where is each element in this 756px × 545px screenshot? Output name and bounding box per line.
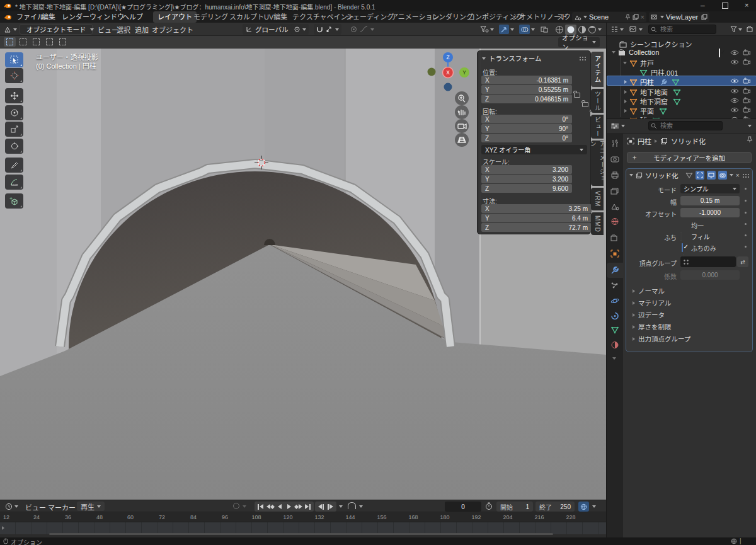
overlays-chevron[interactable] [531,28,535,31]
viewport-menu-add[interactable]: 追加 [135,25,149,35]
rotation-mode-dropdown[interactable]: XYZ オイラー角 [481,145,587,154]
outliner-search-input[interactable] [648,25,716,34]
tool-scale[interactable] [5,122,23,137]
tab-tool-icon[interactable] [610,139,619,147]
rotation-x-field[interactable]: X0° [481,115,572,123]
eye-icon[interactable] [730,59,739,65]
eye-icon[interactable] [730,107,739,113]
tool-transform[interactable] [5,139,23,154]
npanel-tab-tool[interactable]: ツール [591,89,604,113]
scale-z-field[interactable]: Z9.600 [481,184,572,193]
timeline-menu-view[interactable]: ビュー [25,502,46,512]
editor-type-3d-viewport-icon[interactable] [4,26,12,33]
current-frame-field[interactable]: 0 [445,502,481,512]
auto-keyframe-toggle[interactable] [233,503,239,509]
outliner-row-plane[interactable]: 平面 [624,106,667,116]
channel-expand-chevron[interactable] [2,526,4,530]
camera-restrict-icon[interactable] [743,106,750,113]
modifier-drag-grip[interactable] [742,173,749,178]
add-modifier-button[interactable]: + モディファイアーを追加 [627,152,752,163]
tab-data-icon[interactable] [610,326,619,334]
tab-constraints-icon[interactable] [610,312,619,320]
view-layer-selector[interactable]: ViewLayer [649,12,709,22]
timeline-editor-chevron[interactable] [14,505,18,508]
eye-icon[interactable] [730,88,739,94]
timeline-editor-icon[interactable] [5,503,13,510]
camera-restrict-icon[interactable] [743,97,750,103]
uniform-checkbox[interactable] [680,232,682,241]
outliner-row-cylinder-content[interactable]: 円柱 [624,77,680,87]
snap-controls[interactable] [314,24,341,35]
next-frame-button[interactable] [326,502,335,512]
new-collection-icon[interactable] [747,26,754,33]
frame-step-chevron[interactable] [339,505,343,508]
animate-dot[interactable] [745,188,747,190]
tab-object-icon[interactable] [610,250,619,258]
tab-particles-icon[interactable] [610,282,619,290]
eye-icon[interactable] [730,78,739,84]
show-gizmo-toggle[interactable] [499,25,509,34]
camera-restrict-icon[interactable] [743,88,750,94]
tool-select-box[interactable] [5,52,23,67]
tab-collection-icon[interactable] [610,234,619,241]
dimensions-x-field[interactable]: X3.25 m [481,204,592,213]
modifier-realtime-toggle[interactable] [707,171,716,180]
eye-icon[interactable] [730,50,739,55]
gizmo-neg-z-axis[interactable] [444,83,452,91]
lock-location-y-icon[interactable] [582,102,588,107]
viewport-menu-select[interactable]: 選択 [117,25,130,35]
animate-dot[interactable] [745,246,747,248]
mode-dropdown-field[interactable]: シンプル [680,184,740,193]
timeline-menu-playback[interactable]: 再生 [77,502,105,511]
modifier-edit-mode-toggle-icon[interactable] [685,172,693,179]
tab-view-layer-icon[interactable] [610,187,619,195]
outliner-row-ido[interactable]: 井戸 [623,58,654,68]
tab-modifiers-icon[interactable] [610,266,619,275]
breadcrumb-modifier[interactable]: ソリッド化 [671,136,706,146]
select-mode-intersect-button[interactable] [57,37,69,47]
section-output-vertex-groups[interactable]: 出力頂点グループ [633,334,690,343]
frame-start-field[interactable]: 開始 1 [496,502,533,512]
menu-help[interactable]: ヘルプ [120,11,146,23]
npanel-tab-animation[interactable]: アニメーション [591,141,604,186]
modifier-cage-toggle[interactable] [696,171,704,180]
show-object-types-chevron[interactable] [490,28,494,31]
scene-selector[interactable]: Scene × [572,12,646,22]
modifier-name[interactable]: ソリッド化 [645,171,679,180]
gizmo-chevron[interactable] [510,28,514,31]
animate-dot[interactable] [745,234,747,236]
lock-location-x-icon[interactable] [574,93,580,98]
modifier-close-icon[interactable]: × [736,171,740,179]
zoom-button[interactable] [455,91,469,105]
add-view-layer-icon[interactable] [701,14,707,20]
vertex-group-field[interactable] [680,256,736,267]
tab-material-icon[interactable] [610,341,619,349]
timeline-menu-marker[interactable]: マーカー [48,502,76,512]
scale-y-field[interactable]: Y3.200 [481,175,572,183]
offset-field[interactable]: -1.0000 [680,208,740,217]
timeline-ruler[interactable]: 12 24 36 48 60 72 84 96 108 120 132 144 … [0,512,606,522]
camera-view-button[interactable] [455,119,469,133]
outliner-row-scene-collection[interactable]: シーンコレクション [619,39,692,49]
tab-uv-editing[interactable]: UV編集 [260,11,292,23]
panel-drag-grip[interactable] [579,56,586,60]
section-thickness-clamp[interactable]: 厚さを制限 [633,322,672,331]
dimensions-z-field[interactable]: Z72.7 m [481,223,592,232]
loop-playback-icon[interactable] [348,502,356,509]
loop-chevron[interactable] [359,505,363,508]
perspective-toggle-button[interactable] [455,133,469,147]
animate-dot[interactable] [745,200,747,202]
tool-rotate[interactable] [5,105,23,120]
properties-editor-chevron[interactable] [621,125,625,127]
tool-add-primitive[interactable] [5,193,23,209]
mode-dropdown[interactable]: オブジェクトモード [20,24,93,35]
filter-funnel-chevron[interactable] [738,28,742,31]
outliner-row-underground-cave[interactable]: 地下洞窟 [624,96,681,106]
proportional-falloff-icon[interactable] [360,26,368,33]
properties-options-chevron[interactable] [748,125,752,127]
tool-options-dropdown[interactable]: オプション [558,37,600,47]
shading-chevron[interactable] [598,28,602,31]
transform-panel-header[interactable]: トランスフォーム [478,51,590,64]
tab-output-icon[interactable] [610,171,619,179]
properties-editor-icon[interactable] [610,122,619,130]
